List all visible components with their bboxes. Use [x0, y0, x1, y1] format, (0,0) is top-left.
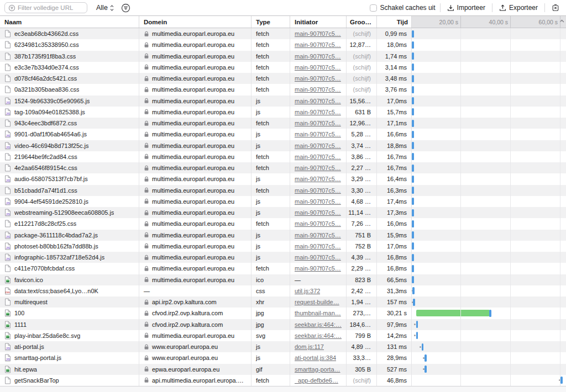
network-request-row[interactable]: JS smarttag-portal.js www.europarl.europ…: [0, 352, 566, 363]
request-waterfall: [412, 230, 566, 241]
network-request-row[interactable]: d078cf46a2dc5421.css multimedia.europarl…: [0, 73, 566, 84]
request-initiator[interactable]: main-907f07c5…: [295, 98, 341, 104]
request-waterfall: [412, 96, 566, 107]
network-request-row[interactable]: JS ati-portal.js www.europarl.europa.eu …: [0, 341, 566, 352]
request-initiator[interactable]: main-907f07c5…: [295, 254, 341, 261]
network-request-row[interactable]: JS 9901-d0af1f06ab4654a6.js multimedia.e…: [0, 129, 566, 140]
network-request-row[interactable]: 6234981c35338950.css multimedia.europarl…: [0, 39, 566, 50]
svg-text:JS: JS: [6, 257, 10, 261]
request-type: js: [251, 129, 290, 140]
request-time: 15,9ms: [377, 230, 412, 241]
resource-type-select[interactable]: Alle: [96, 4, 114, 12]
request-waterfall: [412, 51, 566, 62]
network-request-row[interactable]: JS 1524-9b96339c05e90965.js multimedia.e…: [0, 96, 566, 107]
column-header-grootte[interactable]: Groo…: [347, 16, 377, 28]
network-request-row[interactable]: play-inbar.25da6e8c.svg multimedia.europ…: [0, 330, 566, 341]
request-initiator[interactable]: main-907f07c5…: [295, 232, 341, 239]
request-domain: api.irp2.ovp.kaltura.com: [152, 299, 217, 305]
column-header-initiator[interactable]: Initiator: [290, 16, 347, 28]
request-size: 11,14 …: [347, 207, 377, 218]
request-initiator[interactable]: seekbar.js:464:…: [295, 332, 342, 339]
request-initiator[interactable]: main-907f07c5…: [295, 220, 341, 227]
lock-icon: [144, 98, 149, 104]
network-request-row[interactable]: favicon.ico multimedia.europarl.europa.e…: [0, 274, 566, 285]
request-initiator[interactable]: main-907f07c5…: [295, 64, 341, 71]
network-request-row[interactable]: JS package-3611118c4bdad7a2.js multimedi…: [0, 230, 566, 241]
import-icon: [447, 4, 454, 12]
request-initiator[interactable]: main-907f07c5…: [295, 243, 341, 250]
column-header-domein[interactable]: Domein: [139, 16, 251, 28]
request-initiator[interactable]: main-907f07c5…: [295, 53, 341, 60]
network-request-row[interactable]: b51cbadd7a74f1d1.css multimedia.europarl…: [0, 185, 566, 196]
network-request-row[interactable]: JS tag-109a094e01825388.js multimedia.eu…: [0, 107, 566, 118]
request-initiator[interactable]: main-907f07c5…: [295, 198, 341, 205]
network-request-row[interactable]: 1111 cfvod.irp2.ovp.kaltura.com jpg seek…: [0, 319, 566, 330]
column-header-naam[interactable]: Naam: [0, 16, 139, 28]
request-initiator[interactable]: main-907f07c5…: [295, 131, 341, 137]
request-initiator[interactable]: main-907f07c5…: [295, 153, 341, 160]
column-header-type[interactable]: Type: [251, 16, 290, 28]
request-domain: multimedia.europarl.europa.eu: [152, 64, 234, 71]
network-request-row[interactable]: 219644be9fc2ad84.css multimedia.europarl…: [0, 151, 566, 162]
request-initiator[interactable]: util.js:372: [295, 288, 320, 294]
request-initiator[interactable]: smarttag-porta…: [295, 366, 340, 373]
request-time: 131 ms: [377, 341, 412, 352]
request-name: audio-658075313f7cb7bf.js: [14, 176, 88, 182]
lock-icon: [144, 176, 149, 182]
waterfall-tick: [412, 242, 414, 250]
request-initiator[interactable]: main-907f07c5…: [295, 30, 341, 37]
network-request-row[interactable]: JS photoset-b80bb162fa7dd88b.js multimed…: [0, 241, 566, 252]
request-initiator[interactable]: ati-portal.js:384: [295, 354, 336, 361]
filter-url-field[interactable]: [4, 2, 87, 13]
request-type: ico: [251, 274, 290, 285]
network-request-row[interactable]: hit.epwa epwa.europarl.europa.eu gif sma…: [0, 364, 566, 375]
network-request-row[interactable]: JS video-46c694b8d713f25c.js multimedia.…: [0, 140, 566, 151]
network-request-row[interactable]: 100 cfvod.irp2.ovp.kaltura.com jpg thumb…: [0, 308, 566, 319]
request-waterfall: [412, 319, 566, 330]
network-request-row[interactable]: css data:text/css;base64,Lyo…n0K — css u…: [0, 285, 566, 296]
network-request-row[interactable]: 943c4eec3bdf6872.css multimedia.europarl…: [0, 118, 566, 129]
request-initiator[interactable]: main-907f07c5…: [295, 176, 341, 182]
network-request-row[interactable]: getSnackBarTop api.multimedia.europarl.e…: [0, 375, 566, 386]
network-request-row[interactable]: JS 9904-4ef54591de252810.js multimedia.e…: [0, 196, 566, 207]
request-initiator[interactable]: main-907f07c5…: [295, 41, 341, 48]
import-button[interactable]: Importeer: [445, 4, 488, 12]
request-initiator[interactable]: main-907f07c5…: [295, 265, 341, 272]
request-initiator[interactable]: dom.js:117: [295, 343, 324, 350]
request-initiator[interactable]: main-907f07c5…: [295, 120, 341, 126]
waterfall-tick: [560, 377, 563, 384]
filter-url-input[interactable]: [18, 4, 83, 11]
network-request-row[interactable]: e112217d8c28cf25.css multimedia.europarl…: [0, 218, 566, 229]
network-request-row[interactable]: JS webstreaming-512908eeca608805.js mult…: [0, 207, 566, 218]
request-initiator[interactable]: main-907f07c5…: [295, 75, 341, 82]
network-request-row[interactable]: multirequest api.irp2.ovp.kaltura.com xh…: [0, 296, 566, 308]
network-request-row[interactable]: c411e7070bfcbdaf.css multimedia.europarl…: [0, 263, 566, 274]
network-request-row[interactable]: e3c3e7b334d0e374.css multimedia.europarl…: [0, 62, 566, 73]
request-initiator[interactable]: seekbar.js:464:…: [295, 321, 342, 328]
request-name: multirequest: [14, 299, 48, 305]
request-initiator[interactable]: main-907f07c5…: [295, 86, 341, 93]
request-initiator[interactable]: main-907f07c5…: [295, 165, 341, 171]
request-initiator[interactable]: main-907f07c5…: [295, 142, 341, 149]
request-initiator[interactable]: main-907f07c5…: [295, 209, 341, 216]
network-request-row[interactable]: JS audio-658075313f7cb7bf.js multimedia.…: [0, 173, 566, 184]
request-initiator[interactable]: main-907f07c5…: [295, 109, 341, 115]
disable-caches-control[interactable]: Schakel caches uit: [370, 4, 436, 12]
disable-caches-checkbox[interactable]: [370, 4, 377, 12]
waterfall-tick: [424, 354, 427, 362]
network-request-row[interactable]: 0a321b305baea836.css multimedia.europarl…: [0, 84, 566, 95]
network-request-row[interactable]: ec3eab68cb43662d.css multimedia.europarl…: [0, 28, 566, 39]
filter-options-button[interactable]: [121, 3, 130, 13]
request-initiator[interactable]: thumbnail-man…: [295, 310, 341, 316]
request-waterfall: [412, 173, 566, 184]
clear-network-items-button[interactable]: [549, 4, 562, 12]
column-header-tijd[interactable]: Tijd: [377, 16, 412, 28]
network-request-row[interactable]: 387b1735f91f8ba3.css multimedia.europarl…: [0, 51, 566, 62]
network-request-row[interactable]: JS infographic-185732af718e52d4.js multi…: [0, 252, 566, 263]
export-button[interactable]: Exporteer: [497, 4, 540, 12]
network-request-row[interactable]: 4e2aa6546f89154c.css multimedia.europarl…: [0, 162, 566, 173]
request-initiator[interactable]: request-builde…: [295, 299, 339, 305]
request-initiator[interactable]: _app-defbde6…: [295, 377, 338, 384]
lock-icon: [144, 210, 149, 216]
request-initiator[interactable]: main-907f07c5…: [295, 187, 341, 194]
